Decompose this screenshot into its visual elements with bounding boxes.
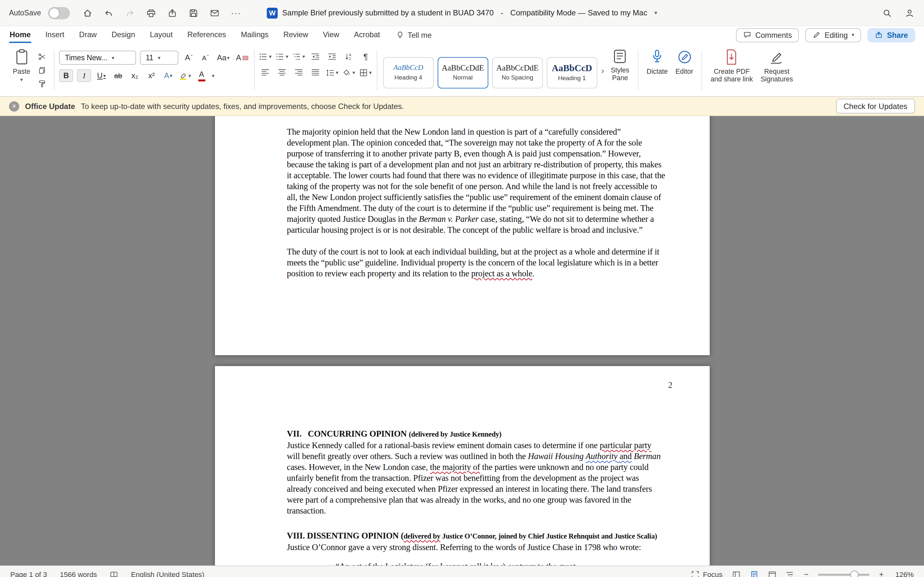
show-paragraph-marks-button[interactable]: ¶ xyxy=(359,51,372,62)
align-center-button[interactable] xyxy=(276,67,289,78)
search-icon[interactable] xyxy=(881,7,893,19)
style-heading-4[interactable]: AaBbCcDHeading 4 xyxy=(383,57,434,88)
bullets-button[interactable]: ▾ xyxy=(259,51,272,62)
cut-icon[interactable] xyxy=(36,51,47,62)
shrink-font-button[interactable]: Aˇ xyxy=(199,52,212,63)
font-color-button[interactable]: A xyxy=(195,70,208,81)
zoom-out-button[interactable]: − xyxy=(804,570,809,577)
focus-mode-button[interactable]: Focus xyxy=(691,570,722,577)
paste-button[interactable]: Paste ▾ xyxy=(9,46,34,95)
zoom-in-button[interactable]: + xyxy=(879,570,884,577)
borders-button[interactable]: ▾ xyxy=(359,67,372,78)
document-canvas[interactable]: The majority opinion held that the New L… xyxy=(0,116,924,566)
print-icon[interactable] xyxy=(145,7,157,19)
comments-button[interactable]: Comments xyxy=(736,28,799,42)
document-title-area[interactable]: W Sample Brief previously submitted by a… xyxy=(267,0,657,26)
editor-button[interactable]: Editor xyxy=(672,46,697,95)
undo-icon[interactable] xyxy=(103,7,115,19)
tab-mailings[interactable]: Mailings xyxy=(240,27,270,43)
line-spacing-button[interactable]: ▾ xyxy=(326,67,339,78)
check-for-updates-button[interactable]: Check for Updates xyxy=(836,99,915,113)
mail-icon[interactable] xyxy=(209,7,221,19)
zoom-slider[interactable] xyxy=(818,574,869,575)
tab-draw[interactable]: Draw xyxy=(79,27,97,43)
paste-caret-icon: ▾ xyxy=(20,77,23,83)
dictate-button[interactable]: Dictate xyxy=(643,46,672,95)
page-2-text: VII. CONCURRING OPINION (delivered by Ju… xyxy=(287,428,666,566)
close-banner-icon[interactable]: × xyxy=(9,101,19,111)
document-page-1[interactable]: The majority opinion held that the New L… xyxy=(215,116,710,355)
multilevel-list-button[interactable]: ▾ xyxy=(292,51,305,62)
autosave-toggle[interactable] xyxy=(48,7,70,19)
page-1-text: The majority opinion held that the New L… xyxy=(287,126,666,279)
account-icon[interactable] xyxy=(903,7,915,19)
tab-view[interactable]: View xyxy=(322,27,340,43)
style-name: No Spacing xyxy=(502,74,533,81)
font-size-select[interactable]: 11 ▾ xyxy=(140,51,178,65)
align-right-button[interactable] xyxy=(292,67,305,78)
request-signatures-button[interactable]: RequestSignatures xyxy=(757,46,797,95)
style-heading-1[interactable]: AaBbCcDHeading 1 xyxy=(547,57,598,88)
proofing-status-icon[interactable] xyxy=(110,570,118,577)
group-divider xyxy=(376,51,377,90)
strikethrough-button[interactable]: ab xyxy=(111,70,124,81)
chevron-down-icon: ▾ xyxy=(212,73,214,79)
format-painter-icon[interactable] xyxy=(36,77,47,89)
change-case-button[interactable]: Aa▾ xyxy=(216,52,231,63)
underline-button[interactable]: U▾ xyxy=(95,70,108,81)
styles-pane-button[interactable]: Styles Pane xyxy=(607,46,633,95)
tab-layout[interactable]: Layout xyxy=(149,27,173,43)
shading-button[interactable]: ▾ xyxy=(342,67,355,78)
superscript-button[interactable]: x² xyxy=(145,70,158,81)
grow-font-button[interactable]: Aˆ xyxy=(182,52,195,63)
align-left-button[interactable] xyxy=(259,67,272,78)
view-print-layout-icon[interactable] xyxy=(750,570,758,577)
numbering-button[interactable]: ▾ xyxy=(276,51,289,62)
editing-mode-button[interactable]: Editing ▾ xyxy=(805,28,861,42)
copy-icon[interactable] xyxy=(36,64,47,76)
font-name-value: Times New... xyxy=(65,54,107,61)
redo-icon[interactable] xyxy=(124,7,136,19)
share-button[interactable]: Share xyxy=(867,28,915,42)
decrease-indent-button[interactable] xyxy=(309,51,322,62)
word-count[interactable]: 1566 words xyxy=(60,571,97,577)
justify-button[interactable] xyxy=(309,67,322,78)
view-outline-icon[interactable] xyxy=(786,570,795,577)
view-read-mode-icon[interactable] xyxy=(732,570,740,577)
subscript-button[interactable]: x₂ xyxy=(128,70,141,81)
font-size-value: 11 xyxy=(145,54,153,61)
tab-insert[interactable]: Insert xyxy=(45,27,65,43)
zoom-level[interactable]: 126% xyxy=(893,571,914,577)
tab-review[interactable]: Review xyxy=(283,27,309,43)
styles-gallery-more-icon[interactable]: › xyxy=(599,66,607,75)
clear-formatting-button[interactable]: A xyxy=(235,52,250,63)
zoom-slider-thumb[interactable] xyxy=(850,571,858,577)
increase-indent-button[interactable] xyxy=(326,51,339,62)
tab-home[interactable]: Home xyxy=(9,27,31,43)
document-page-2[interactable]: 2 VII. CONCURRING OPINION (delivered by … xyxy=(215,366,710,566)
bold-button[interactable]: B xyxy=(59,69,73,82)
clipboard-icon xyxy=(15,49,29,65)
tell-me[interactable]: Tell me xyxy=(396,31,432,39)
italic-button[interactable]: I xyxy=(77,69,91,82)
more-commands-icon[interactable]: ··· xyxy=(230,7,242,19)
ribbon-tabs: HomeInsertDrawDesignLayoutReferencesMail… xyxy=(9,27,381,43)
create-pdf-button[interactable]: Create PDFand share link xyxy=(707,46,757,95)
share-sheet-icon[interactable] xyxy=(167,7,178,19)
home-icon[interactable] xyxy=(82,7,94,19)
highlight-button[interactable]: ▾ xyxy=(178,70,191,81)
save-icon[interactable] xyxy=(188,7,200,19)
text-effects-button[interactable]: A▾ xyxy=(162,70,174,81)
tab-acrobat[interactable]: Acrobat xyxy=(353,27,381,43)
language-indicator[interactable]: English (United States) xyxy=(131,571,204,577)
tab-design[interactable]: Design xyxy=(111,27,136,43)
title-chevron-icon[interactable]: ▾ xyxy=(654,10,657,16)
page-indicator[interactable]: Page 1 of 3 xyxy=(10,571,47,577)
font-name-select[interactable]: Times New... ▾ xyxy=(59,51,136,65)
sort-button[interactable]: AZ xyxy=(342,51,355,62)
tab-references[interactable]: References xyxy=(187,27,227,43)
style-no-spacing[interactable]: AaBbCcDdENo Spacing xyxy=(492,57,543,88)
view-web-layout-icon[interactable] xyxy=(768,570,776,577)
style-normal[interactable]: AaBbCcDdENormal xyxy=(438,57,488,88)
editor-icon xyxy=(677,49,692,65)
